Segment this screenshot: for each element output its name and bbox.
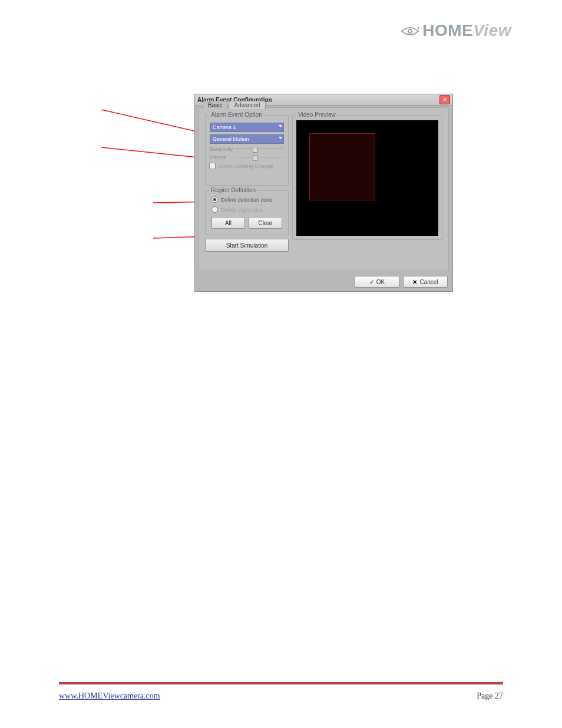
eye-icon: [401, 22, 419, 41]
sensitivity-row: Sensitivity: [206, 145, 288, 153]
footer-rule: [59, 682, 503, 684]
svg-point-0: [408, 29, 412, 32]
radio-dot-icon: [211, 196, 218, 203]
tab-strip: Basic Advanced: [203, 101, 266, 109]
page-number: Page 27: [477, 691, 503, 701]
video-preview-group: Video Preview: [292, 115, 442, 240]
document-page: HOMEView Alarm Event Configuration X Bas…: [0, 0, 562, 728]
brand-view: View: [473, 21, 511, 39]
cancel-label: Cancel: [419, 279, 438, 285]
preview-screen[interactable]: [296, 120, 438, 236]
sensitivity-label: Sensitivity: [209, 146, 235, 152]
dialog-footer: ✓ OK ✕ Cancel: [355, 276, 448, 288]
brand-logo: HOMEView: [401, 21, 511, 41]
footer-url-link[interactable]: www.HOMEViewcamera.com: [59, 691, 160, 701]
dialog-body: Basic Advanced Alarm Event Option Camera…: [199, 107, 449, 271]
region-button-row: All Clear: [206, 215, 288, 229]
ignore-lighting-label: Ignore Lighting Change: [218, 163, 273, 169]
checkbox-box-icon: [209, 163, 216, 169]
radio-define-object-label: Define object size: [221, 207, 263, 213]
ok-label: OK: [376, 279, 385, 285]
region-definition-legend: Region Definition: [209, 187, 257, 193]
interval-slider[interactable]: [235, 154, 285, 160]
all-button[interactable]: All: [211, 217, 245, 229]
sensitivity-slider[interactable]: [235, 146, 285, 152]
region-definition-group: Region Definition Define detection zone …: [205, 190, 289, 235]
radio-define-zone-label: Define detection zone: [221, 197, 272, 203]
alarm-event-option-legend: Alarm Event Option: [209, 111, 264, 118]
close-icon[interactable]: X: [439, 95, 450, 104]
start-simulation-button[interactable]: Start Simulation: [205, 239, 289, 252]
cancel-button[interactable]: ✕ Cancel: [403, 276, 448, 288]
detection-zone-overlay[interactable]: [309, 133, 375, 200]
page-footer: www.HOMEViewcamera.com Page 27: [59, 691, 503, 701]
x-icon: ✕: [412, 279, 417, 285]
interval-label: Interval: [209, 154, 235, 160]
ok-button[interactable]: ✓ OK: [355, 276, 399, 288]
alarm-event-option-group: Alarm Event Option Camera 1 General Moti…: [205, 115, 289, 186]
tab-advanced[interactable]: Advanced: [229, 101, 265, 109]
radio-define-zone[interactable]: Define detection zone: [206, 195, 288, 205]
radio-dot-icon: [211, 206, 218, 213]
radio-define-object[interactable]: Define object size: [206, 205, 288, 215]
brand-home: HOME: [422, 21, 473, 39]
alarm-config-dialog: Alarm Event Configuration X Basic Advanc…: [195, 94, 452, 291]
interval-row: Interval: [206, 153, 288, 162]
ignore-lighting-checkbox[interactable]: Ignore Lighting Change: [206, 162, 288, 170]
camera-select[interactable]: Camera 1: [210, 123, 284, 132]
motion-select[interactable]: General Motion: [210, 134, 284, 144]
clear-button[interactable]: Clear: [249, 217, 282, 229]
video-preview-legend: Video Preview: [296, 111, 338, 118]
check-icon: ✓: [369, 279, 374, 285]
tab-basic[interactable]: Basic: [203, 101, 227, 109]
